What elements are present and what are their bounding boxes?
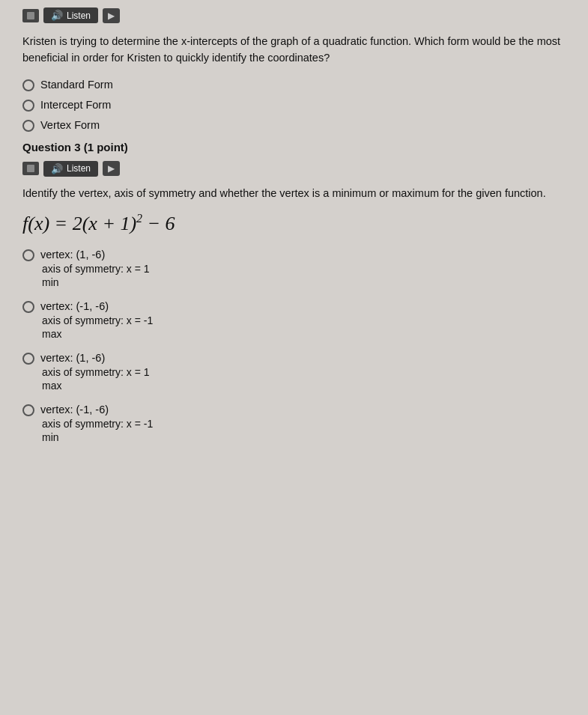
- answer-b-first-line[interactable]: vertex: (-1, -6): [22, 300, 566, 313]
- vertex-c: vertex: (1, -6): [40, 352, 105, 364]
- radio-d[interactable]: [22, 404, 34, 416]
- forward-button-q2[interactable]: ▶: [103, 8, 120, 23]
- math-formula: f(x) = 2(x + 1)2 − 6: [22, 212, 566, 235]
- axis-a: axis of symmetry: x = 1: [42, 263, 566, 275]
- speaker-icon-q3: 🔊: [51, 163, 63, 174]
- axis-c: axis of symmetry: x = 1: [42, 366, 566, 378]
- stop-button-q3[interactable]: [22, 162, 39, 175]
- radio-vertex-form[interactable]: [22, 120, 34, 132]
- exponent: 2: [136, 212, 142, 225]
- question3-body: Identify the vertex, axis of symmetry an…: [22, 186, 566, 202]
- radio-intercept-form[interactable]: [22, 100, 34, 112]
- listen-label-q2: Listen: [67, 10, 91, 21]
- speaker-icon-q2: 🔊: [51, 10, 63, 21]
- answer-block-a: vertex: (1, -6) axis of symmetry: x = 1 …: [22, 249, 566, 288]
- stop-button-q2[interactable]: [22, 9, 39, 22]
- label-vertex-form: Vertex Form: [40, 119, 100, 131]
- label-standard-form: Standard Form: [40, 79, 113, 91]
- type-b: max: [42, 328, 566, 340]
- axis-d: axis of symmetry: x = -1: [42, 418, 566, 430]
- option-intercept-form[interactable]: Intercept Form: [22, 99, 566, 112]
- option-standard-form[interactable]: Standard Form: [22, 79, 566, 91]
- type-c: max: [42, 380, 566, 392]
- question2-body: Kristen is trying to determine the x-int…: [22, 34, 566, 67]
- label-intercept-form: Intercept Form: [40, 99, 111, 111]
- listen-button-q3[interactable]: 🔊 Listen: [43, 161, 98, 177]
- axis-b: axis of symmetry: x = -1: [42, 314, 566, 326]
- page-container: 🔊 Listen ▶ Kristen is trying to determin…: [0, 0, 588, 715]
- answer-block-c: vertex: (1, -6) axis of symmetry: x = 1 …: [22, 352, 566, 392]
- question2-top-controls: 🔊 Listen ▶: [22, 7, 566, 23]
- answer-block-d: vertex: (-1, -6) axis of symmetry: x = -…: [22, 404, 566, 443]
- stop-icon-q2: [27, 12, 34, 19]
- question2-options: Standard Form Intercept Form Vertex Form: [22, 79, 566, 132]
- answer-block-b: vertex: (-1, -6) axis of symmetry: x = -…: [22, 300, 566, 340]
- type-d: min: [42, 431, 566, 443]
- question3-controls: 🔊 Listen ▶: [22, 161, 566, 177]
- stop-icon-q3: [27, 165, 34, 172]
- answer-d-first-line[interactable]: vertex: (-1, -6): [22, 404, 566, 416]
- type-a: min: [42, 276, 566, 288]
- vertex-a: vertex: (1, -6): [40, 249, 105, 261]
- listen-label-q3: Listen: [67, 163, 91, 174]
- radio-a[interactable]: [22, 249, 34, 261]
- vertex-b: vertex: (-1, -6): [40, 300, 109, 312]
- radio-b[interactable]: [22, 301, 34, 313]
- option-vertex-form[interactable]: Vertex Form: [22, 119, 566, 132]
- radio-standard-form[interactable]: [22, 79, 34, 91]
- question3-header: Question 3 (1 point): [22, 141, 566, 153]
- listen-button-q2[interactable]: 🔊 Listen: [43, 7, 98, 23]
- answer-a-first-line[interactable]: vertex: (1, -6): [22, 249, 566, 261]
- forward-button-q3[interactable]: ▶: [103, 161, 120, 176]
- vertex-d: vertex: (-1, -6): [40, 404, 109, 416]
- radio-c[interactable]: [22, 353, 34, 365]
- answer-c-first-line[interactable]: vertex: (1, -6): [22, 352, 566, 365]
